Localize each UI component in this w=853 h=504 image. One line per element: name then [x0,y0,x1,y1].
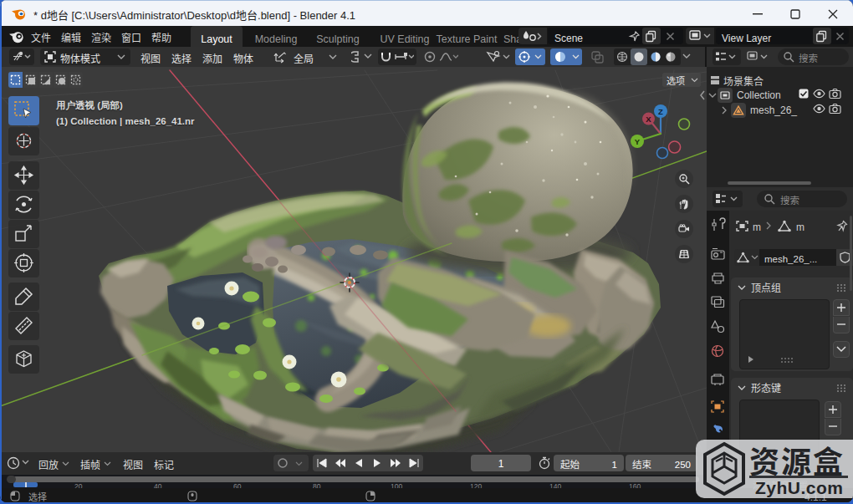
svg-text:Z: Z [658,107,663,116]
svg-text:Y: Y [635,137,641,146]
svg-text:X: X [646,115,651,124]
